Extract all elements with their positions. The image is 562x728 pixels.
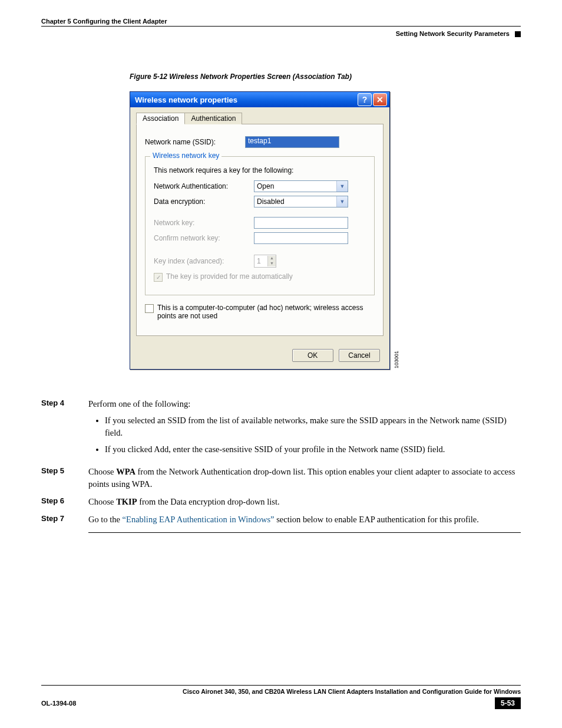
page: Chapter 5 Configuring the Client Adapter… — [0, 0, 562, 728]
header-marker-icon — [515, 31, 521, 37]
confirm-label: Confirm network key: — [154, 234, 254, 242]
bullet: If you selected an SSID from the list of… — [105, 414, 521, 439]
ssid-label: Network name (SSID): — [145, 138, 245, 146]
image-id: 103001 — [394, 351, 399, 368]
step-body: Choose WPA from the Network Authenticati… — [88, 466, 521, 490]
step-label: Step 7 — [41, 513, 88, 525]
step-label: Step 4 — [41, 398, 88, 460]
footer: Cisco Aironet 340, 350, and CB20A Wirele… — [41, 685, 521, 709]
section-title: Setting Network Security Parameters — [41, 30, 521, 37]
keyidx-row: Key index (advanced): 1 ▲▼ — [154, 255, 366, 268]
ok-button[interactable]: OK — [292, 349, 333, 362]
step-label: Step 5 — [41, 466, 88, 490]
step-5: Step 5 Choose WPA from the Network Authe… — [41, 466, 521, 490]
enc-row: Data encryption: Disabled ▼ — [154, 196, 366, 207]
doc-number: OL-1394-08 — [41, 700, 76, 707]
netkey-label: Network key: — [154, 219, 254, 227]
autokey-label: The key is provided for me automatically — [166, 272, 293, 282]
step-body: Perform one of the following: If you sel… — [88, 398, 521, 460]
enc-select[interactable]: Disabled ▼ — [254, 196, 348, 207]
header: Chapter 5 Configuring the Client Adapter… — [41, 18, 521, 37]
help-button[interactable]: ? — [358, 93, 372, 106]
wireless-key-group: Wireless network key This network requir… — [145, 156, 375, 295]
footer-guide-title: Cisco Aironet 340, 350, and CB20A Wirele… — [41, 688, 521, 695]
auth-select[interactable]: Open ▼ — [254, 180, 348, 192]
close-button[interactable]: ✕ — [373, 93, 387, 106]
footer-rule — [41, 685, 521, 686]
autokey-row: ✓ The key is provided for me automatical… — [154, 272, 366, 282]
adhoc-checkbox[interactable] — [145, 304, 154, 313]
autokey-checkbox[interactable]: ✓ — [154, 273, 163, 282]
step-6: Step 6 Choose TKIP from the Data encrypt… — [41, 496, 521, 508]
tab-area: Association Authentication Network name … — [130, 107, 389, 343]
adhoc-row: This is a computer-to-computer (ad hoc) … — [145, 304, 375, 320]
tabs: Association Authentication — [136, 112, 384, 124]
step-body: Choose TKIP from the Data encryption dro… — [88, 496, 521, 508]
netkey-row: Network key: — [154, 217, 366, 229]
chevron-down-icon: ▼ — [336, 181, 348, 192]
ssid-input[interactable]: testap1 — [245, 136, 339, 148]
group-intro: This network requires a key for the foll… — [154, 166, 366, 174]
separator-rule — [88, 532, 521, 533]
tab-body: Network name (SSID): testap1 Wireless ne… — [136, 124, 384, 336]
header-rule — [41, 26, 521, 27]
dialog-window: Wireless network properties ? ✕ Associat… — [130, 91, 390, 370]
confirm-row: Confirm network key: — [154, 232, 366, 244]
titlebar[interactable]: Wireless network properties ? ✕ — [130, 92, 389, 107]
ssid-row: Network name (SSID): testap1 — [145, 136, 375, 148]
adhoc-label: This is a computer-to-computer (ad hoc) … — [157, 304, 375, 320]
keyidx-label: Key index (advanced): — [154, 257, 254, 265]
step-label: Step 6 — [41, 496, 88, 508]
step-body: Go to the “Enabling EAP Authentication i… — [88, 513, 521, 525]
netkey-input[interactable] — [254, 217, 348, 229]
chevron-down-icon: ▼ — [336, 196, 348, 207]
figure-caption: Figure 5-12 Wireless Network Properties … — [130, 73, 521, 81]
auth-row: Network Authentication: Open ▼ — [154, 180, 366, 192]
link-eap[interactable]: “Enabling EAP Authentication in Windows” — [123, 515, 275, 524]
dialog-buttons: OK Cancel — [130, 343, 389, 369]
page-number: 5-53 — [495, 697, 521, 709]
footer-row: OL-1394-08 5-53 — [41, 697, 521, 709]
step-7: Step 7 Go to the “Enabling EAP Authentic… — [41, 513, 521, 525]
group-title: Wireless network key — [150, 151, 222, 160]
keyidx-spinner[interactable]: 1 ▲▼ — [254, 255, 276, 268]
enc-label: Data encryption: — [154, 197, 254, 206]
bullet: If you clicked Add, enter the case-sensi… — [105, 443, 521, 455]
step-4: Step 4 Perform one of the following: If … — [41, 398, 521, 460]
dialog-wrap: Wireless network properties ? ✕ Associat… — [130, 91, 521, 370]
auth-label: Network Authentication: — [154, 182, 254, 190]
cancel-button[interactable]: Cancel — [339, 349, 380, 362]
tab-association[interactable]: Association — [136, 113, 185, 124]
confirm-input[interactable] — [254, 232, 348, 244]
tab-authentication[interactable]: Authentication — [184, 113, 242, 124]
window-title: Wireless network properties — [135, 95, 356, 104]
chapter-line: Chapter 5 Configuring the Client Adapter — [41, 18, 521, 25]
steps: Step 4 Perform one of the following: If … — [41, 398, 521, 533]
spinner-buttons[interactable]: ▲▼ — [267, 256, 276, 266]
